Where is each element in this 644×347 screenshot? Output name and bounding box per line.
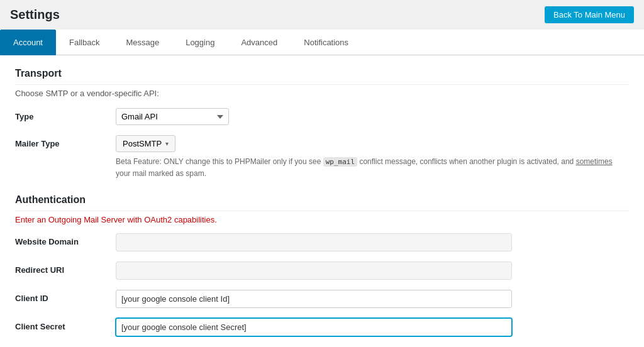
mailer-hint-code: wp_mail xyxy=(323,157,357,167)
redirect-uri-row: Redirect URI xyxy=(15,262,629,280)
website-domain-input[interactable] xyxy=(116,233,512,251)
authentication-section: Authentication Enter an Outgoing Mail Se… xyxy=(15,194,629,336)
mailer-type-row: Mailer Type PostSMTP ▾ Beta Feature: ONL… xyxy=(15,135,629,179)
redirect-uri-label: Redirect URI xyxy=(15,262,116,275)
transport-subtitle: Choose SMTP or a vendor-specific API: xyxy=(15,89,629,98)
tab-advanced[interactable]: Advanced xyxy=(228,30,291,55)
client-secret-label: Client Secret xyxy=(15,318,116,331)
type-select[interactable]: Gmail API SMTP Sendgrid API Mailgun API xyxy=(116,108,229,125)
client-secret-input[interactable] xyxy=(116,318,512,336)
redirect-uri-control xyxy=(116,262,629,280)
back-to-main-menu-button[interactable]: Back To Main Menu xyxy=(545,6,634,23)
transport-title: Transport xyxy=(15,68,629,85)
type-row: Type Gmail API SMTP Sendgrid API Mailgun… xyxy=(15,108,629,125)
chevron-down-icon: ▾ xyxy=(165,140,169,147)
page-wrapper: Settings Back To Main Menu Account Fallb… xyxy=(0,0,644,347)
website-domain-row: Website Domain xyxy=(15,233,629,251)
mailer-type-button[interactable]: PostSMTP ▾ xyxy=(116,135,175,152)
main-content: Transport Choose SMTP or a vendor-specif… xyxy=(0,55,644,347)
tab-notifications[interactable]: Notifications xyxy=(291,30,362,55)
client-id-input[interactable] xyxy=(116,290,512,308)
mailer-hint-underline: sometimes xyxy=(576,157,613,166)
tabs-bar: Account Fallback Message Logging Advance… xyxy=(0,30,644,55)
mailer-type-label: Mailer Type xyxy=(15,135,116,148)
mailer-type-control: PostSMTP ▾ Beta Feature: ONLY change thi… xyxy=(116,135,629,179)
tab-logging[interactable]: Logging xyxy=(172,30,228,55)
type-label: Type xyxy=(15,108,116,121)
client-id-control xyxy=(116,290,629,308)
tab-message[interactable]: Message xyxy=(113,30,172,55)
client-secret-row: Client Secret xyxy=(15,318,629,336)
tab-fallback[interactable]: Fallback xyxy=(56,30,113,55)
website-domain-control xyxy=(116,233,629,251)
type-control: Gmail API SMTP Sendgrid API Mailgun API xyxy=(116,108,629,125)
header: Settings Back To Main Menu xyxy=(0,0,644,30)
client-secret-control xyxy=(116,318,629,336)
tab-account[interactable]: Account xyxy=(0,30,56,55)
client-id-row: Client ID xyxy=(15,290,629,308)
page-title: Settings xyxy=(10,8,60,22)
transport-section: Transport Choose SMTP or a vendor-specif… xyxy=(15,68,629,179)
mailer-type-value: PostSMTP xyxy=(123,139,162,148)
auth-error-message: Enter an Outgoing Mail Server with OAuth… xyxy=(15,215,629,224)
client-id-label: Client ID xyxy=(15,290,116,303)
redirect-uri-input[interactable] xyxy=(116,262,512,280)
authentication-title: Authentication xyxy=(15,194,629,211)
mailer-hint: Beta Feature: ONLY change this to PHPMai… xyxy=(116,156,629,179)
website-domain-label: Website Domain xyxy=(15,233,116,246)
